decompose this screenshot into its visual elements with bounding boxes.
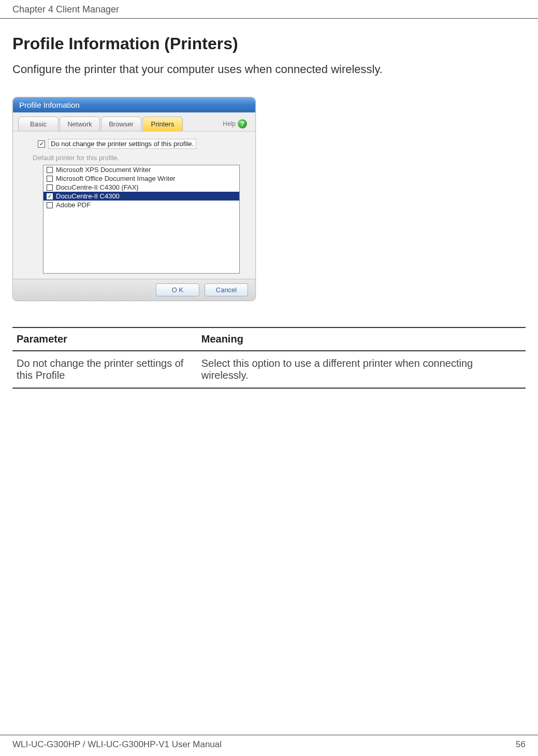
manual-name: WLI-UC-G300HP / WLI-UC-G300HP-V1 User Ma… — [12, 739, 222, 750]
list-item[interactable]: Microsoft XPS Document Writer — [43, 165, 239, 174]
tab-label: Network — [67, 120, 92, 128]
tab-printers[interactable]: Printers — [142, 117, 183, 131]
section-intro: Configure the printer that your computer… — [12, 63, 526, 76]
ok-button[interactable]: O K — [156, 283, 199, 296]
tab-label: Basic — [30, 120, 47, 128]
list-item[interactable]: DocuCentre-II C4300 — [43, 192, 239, 201]
dialog-titlebar: Profile Infomation — [13, 97, 255, 112]
list-item-label: DocuCentre-II C4300 — [56, 192, 120, 200]
tab-browser[interactable]: Browser — [101, 117, 141, 131]
tab-label: Printers — [151, 120, 175, 128]
table-row: Do not change the printer settings of th… — [12, 351, 526, 388]
tab-basic[interactable]: Basic — [18, 117, 59, 131]
chapter-label: Chapter 4 Client Manager — [12, 4, 119, 15]
list-item-label: Microsoft Office Document Image Writer — [56, 175, 176, 182]
dialog-footer: O K Cancel — [13, 279, 255, 301]
checkbox-icon[interactable] — [38, 140, 45, 148]
column-header-meaning: Meaning — [197, 327, 526, 351]
printer-listbox[interactable]: Microsoft XPS Document Writer Microsoft … — [43, 165, 240, 274]
parameter-table: Parameter Meaning Do not change the prin… — [12, 327, 526, 389]
cell-meaning: Select this option to use a different pr… — [197, 351, 526, 388]
page-content: Profile Information (Printers) Configure… — [0, 19, 538, 389]
tab-network[interactable]: Network — [60, 117, 100, 131]
cell-parameter: Do not change the printer settings of th… — [12, 351, 197, 388]
list-item[interactable]: Adobe PDF — [43, 201, 239, 209]
cancel-button[interactable]: Cancel — [205, 283, 248, 296]
do-not-change-checkbox-row[interactable]: Do not change the printer settings of th… — [38, 139, 246, 149]
list-item-label: Adobe PDF — [56, 201, 91, 209]
section-title: Profile Information (Printers) — [12, 34, 526, 53]
page-header: Chapter 4 Client Manager — [0, 0, 538, 19]
checkbox-label: Do not change the printer settings of th… — [48, 139, 196, 149]
list-item-label: Microsoft XPS Document Writer — [56, 166, 151, 174]
button-label: O K — [172, 286, 183, 294]
help-area[interactable]: Help ? — [223, 119, 250, 129]
button-label: Cancel — [216, 286, 237, 294]
checkbox-icon[interactable] — [47, 202, 53, 208]
page-number: 56 — [516, 739, 526, 750]
tab-label: Browser — [109, 120, 134, 128]
profile-info-dialog: Profile Infomation Basic Network Browser… — [12, 97, 256, 301]
list-item[interactable]: Microsoft Office Document Image Writer — [43, 174, 239, 183]
help-icon: ? — [238, 119, 247, 129]
checkbox-icon[interactable] — [47, 167, 53, 173]
checkbox-icon[interactable] — [47, 176, 53, 182]
dialog-body: Do not change the printer settings of th… — [13, 131, 255, 279]
checkbox-icon[interactable] — [47, 184, 53, 191]
list-item[interactable]: DocuCentre-II C4300 (FAX) — [43, 183, 239, 192]
dialog-tabs: Basic Network Browser Printers Help ? — [13, 112, 255, 131]
checkbox-icon[interactable] — [47, 193, 53, 199]
default-printer-subtext: Default printer for this profile. — [33, 154, 246, 162]
list-item-label: DocuCentre-II C4300 (FAX) — [56, 183, 139, 191]
column-header-parameter: Parameter — [12, 327, 197, 351]
page-footer: WLI-UC-G300HP / WLI-UC-G300HP-V1 User Ma… — [0, 735, 538, 750]
help-label: Help — [223, 120, 236, 127]
dialog-title: Profile Infomation — [19, 101, 80, 109]
